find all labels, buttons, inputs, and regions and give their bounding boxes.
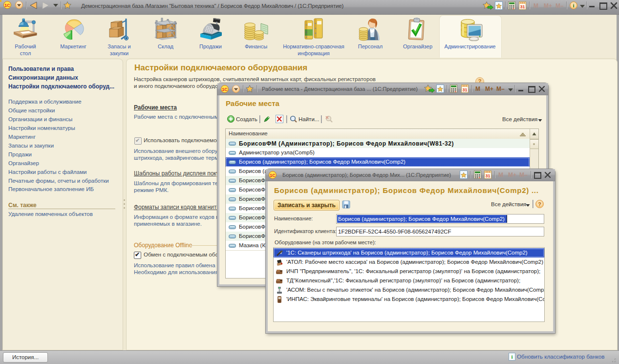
svg-text:31: 31 (462, 87, 467, 92)
svg-text:1С: 1С (4, 3, 10, 8)
svg-text:1С: 1С (222, 87, 228, 92)
svg-text:31: 31 (485, 173, 490, 178)
svg-text:i: i (573, 2, 574, 8)
svg-text:?: ? (538, 201, 541, 207)
svg-text:1С: 1С (270, 173, 276, 178)
svg-text:31: 31 (520, 4, 525, 9)
